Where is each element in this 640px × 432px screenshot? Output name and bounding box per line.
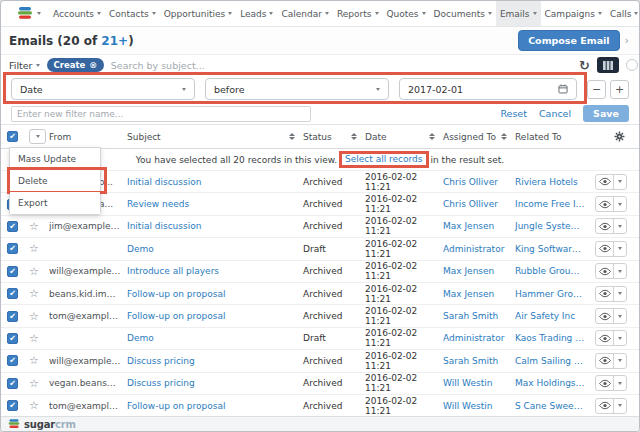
related-to-link[interactable]: Max Holdings Ltd — [515, 378, 591, 388]
assigned-to-link[interactable]: Max Jensen — [443, 289, 515, 299]
filter-name-input[interactable] — [11, 106, 311, 122]
row-menu-toggle[interactable] — [613, 197, 626, 211]
sort-icon[interactable] — [289, 133, 295, 140]
refresh-icon[interactable]: ↻ — [579, 59, 590, 72]
add-criteria-button[interactable]: + — [610, 80, 629, 99]
preview-button[interactable] — [596, 175, 613, 189]
subject-link[interactable]: Follow-up on proposal — [127, 311, 303, 321]
sugarcrm-logo[interactable] — [9, 1, 49, 27]
row-checkbox[interactable]: ✔ — [7, 378, 18, 389]
compose-email-button[interactable]: Compose Email — [518, 30, 619, 51]
related-to-link[interactable]: Rubble Group Inc — [515, 266, 591, 276]
preview-button[interactable] — [596, 354, 613, 368]
related-to-link[interactable]: Kaos Trading Ltd — [515, 333, 591, 343]
assigned-to-link[interactable]: Sarah Smith — [443, 356, 515, 366]
favorite-star-icon[interactable]: ☆ — [29, 399, 39, 412]
filter-dropdown[interactable]: Filter — [9, 60, 40, 71]
related-to-link[interactable]: King Software Inc — [515, 244, 591, 254]
sort-icon[interactable] — [501, 133, 507, 140]
row-checkbox[interactable]: ✔ — [7, 266, 18, 277]
favorite-star-icon[interactable]: ☆ — [29, 332, 39, 345]
search-input[interactable] — [111, 60, 572, 71]
row-menu-toggle[interactable] — [613, 242, 626, 256]
preview-button[interactable] — [596, 331, 613, 345]
row-menu-toggle[interactable] — [613, 354, 626, 368]
column-header-subject[interactable]: Subject — [127, 132, 303, 142]
row-checkbox[interactable]: ✔ — [7, 333, 18, 344]
related-to-link[interactable]: S Cane Sweetene... — [515, 401, 591, 411]
related-to-link[interactable]: Jungle Systems Inc — [515, 221, 591, 231]
nav-item-campaigns[interactable]: Campaigns — [541, 1, 606, 27]
assigned-to-link[interactable]: Sarah Smith — [443, 311, 515, 321]
subject-link[interactable]: Follow-up on proposal — [127, 289, 303, 299]
row-checkbox[interactable]: ✔ — [7, 221, 18, 232]
subject-link[interactable]: Initial discussion — [127, 221, 303, 231]
row-checkbox[interactable]: ✔ — [7, 311, 18, 322]
menu-item-export[interactable]: Export — [10, 192, 100, 214]
related-to-link[interactable]: Hammer Group Inc — [515, 289, 591, 299]
favorite-star-icon[interactable]: ☆ — [29, 310, 39, 323]
favorite-star-icon[interactable]: ☆ — [29, 287, 39, 300]
row-menu-toggle[interactable] — [613, 175, 626, 189]
row-checkbox[interactable]: ✔ — [7, 400, 18, 411]
column-view-toggle[interactable] — [597, 57, 619, 73]
subject-link[interactable]: Discuss pricing — [127, 356, 303, 366]
assigned-to-link[interactable]: Administrator — [443, 244, 515, 254]
subject-link[interactable]: Initial discussion — [127, 177, 303, 187]
row-checkbox[interactable]: ✔ — [7, 243, 18, 254]
related-to-link[interactable]: Riviera Hotels — [515, 177, 591, 187]
preview-button[interactable] — [596, 287, 613, 301]
subject-link[interactable]: Review needs — [127, 199, 303, 209]
preview-button[interactable] — [596, 309, 613, 323]
favorite-star-icon[interactable]: ☆ — [29, 377, 39, 390]
subject-link[interactable]: Demo — [127, 244, 303, 254]
save-filter-button[interactable]: Save — [583, 105, 629, 122]
subject-link[interactable]: Follow-up on proposal — [127, 401, 303, 411]
assigned-to-link[interactable]: Will Westin — [443, 378, 515, 388]
gear-icon[interactable] — [614, 131, 625, 142]
related-to-link[interactable]: Calm Sailing Inc — [515, 356, 591, 366]
subject-link[interactable]: Introduce all players — [127, 266, 303, 276]
select-all-records-link[interactable]: Select all records — [345, 154, 422, 164]
favorite-star-icon[interactable]: ☆ — [29, 265, 39, 278]
assigned-to-link[interactable]: Max Jensen — [443, 266, 515, 276]
nav-item-contacts[interactable]: Contacts — [105, 1, 160, 27]
row-menu-toggle[interactable] — [613, 219, 626, 233]
sort-icon[interactable] — [429, 133, 435, 140]
row-menu-toggle[interactable] — [613, 399, 626, 413]
cancel-link[interactable]: Cancel — [539, 108, 571, 119]
nav-item-leads[interactable]: Leads — [236, 1, 277, 27]
nav-item-calendar[interactable]: Calendar — [277, 1, 332, 27]
record-count-link[interactable]: 21+ — [101, 34, 128, 48]
related-to-link[interactable]: Air Safety Inc — [515, 311, 591, 321]
chevron-right-icon[interactable]: › — [625, 34, 629, 47]
favorite-star-icon[interactable]: ☆ — [29, 242, 39, 255]
menu-item-mass-update[interactable]: Mass Update — [10, 148, 100, 170]
subject-link[interactable]: Discuss pricing — [127, 378, 303, 388]
filter-operator-select[interactable]: before — [205, 78, 389, 100]
row-menu-toggle[interactable] — [613, 309, 626, 323]
nav-item-emails[interactable]: Emails — [496, 1, 541, 27]
column-header-date[interactable]: Date — [365, 132, 443, 142]
assigned-to-link[interactable]: Will Westin — [443, 401, 515, 411]
row-menu-toggle[interactable] — [613, 376, 626, 390]
nav-item-accounts[interactable]: Accounts — [49, 1, 105, 27]
row-checkbox[interactable]: ✔ — [7, 355, 18, 366]
sort-icon[interactable] — [351, 133, 357, 140]
filter-date-input[interactable]: 2017-02-01 — [399, 78, 577, 100]
row-checkbox[interactable]: ✔ — [7, 288, 18, 299]
row-menu-toggle[interactable] — [613, 264, 626, 278]
menu-item-delete[interactable]: Delete — [10, 170, 100, 192]
assigned-to-link[interactable]: Administrator — [443, 333, 515, 343]
close-circle-icon[interactable]: ⊗ — [89, 60, 97, 70]
preview-button[interactable] — [596, 242, 613, 256]
row-menu-toggle[interactable] — [613, 287, 626, 301]
favorite-star-icon[interactable]: ☆ — [29, 354, 39, 367]
filter-field-select[interactable]: Date — [11, 78, 195, 100]
nav-item-documents[interactable]: Documents — [430, 1, 496, 27]
bulk-actions-toggle[interactable] — [29, 129, 46, 144]
preview-button[interactable] — [596, 399, 613, 413]
row-menu-toggle[interactable] — [613, 331, 626, 345]
create-filter-pill[interactable]: Create ⊗ — [47, 58, 104, 72]
nav-item-calls[interactable]: Calls — [606, 1, 639, 27]
